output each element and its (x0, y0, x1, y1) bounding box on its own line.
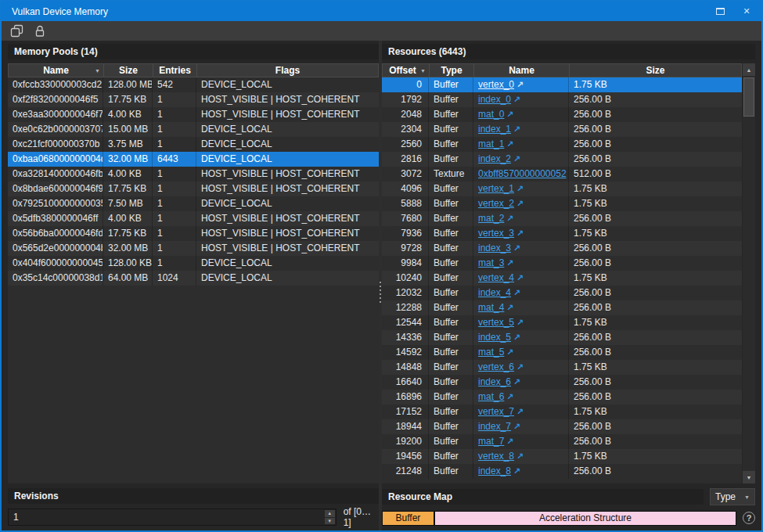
table-row[interactable]: 2816 Buffer index_2↗ 256.00 B (382, 152, 742, 167)
pool-name-cell: 0x404f600000000045 (8, 256, 103, 271)
resource-link[interactable]: vertex_2 (478, 198, 514, 209)
resource-link[interactable]: mat_4 (478, 302, 504, 313)
table-row[interactable]: 14336 Buffer index_5↗ 256.00 B (382, 330, 742, 345)
pool-size-cell: 128.00 KB (103, 256, 153, 271)
table-row[interactable]: 18944 Buffer index_7↗ 256.00 B (382, 419, 742, 434)
resource-link[interactable]: mat_7 (478, 436, 504, 447)
revision-input[interactable] (9, 509, 324, 525)
resource-link[interactable]: vertex_5 (478, 317, 514, 328)
table-row[interactable]: 0xf2f83200000046f5 17.75 KB 1 HOST_VISIB… (8, 92, 379, 107)
resource-link[interactable]: index_6 (478, 376, 511, 387)
table-row[interactable]: 12032 Buffer index_4↗ 256.00 B (382, 286, 742, 300)
column-header-type[interactable]: Type (430, 64, 474, 77)
table-row[interactable]: 16896 Buffer mat_6↗ 256.00 B (382, 390, 742, 404)
scrollbar-thumb[interactable] (743, 77, 754, 117)
table-row[interactable]: 19456 Buffer vertex_8↗ 1.75 KB (382, 449, 742, 464)
resource-link[interactable]: index_1 (478, 124, 511, 135)
table-row[interactable]: 0xa3281400000046fb 4.00 KB 1 HOST_VISIBL… (8, 167, 379, 182)
table-row[interactable]: 0x35c14c00000038d1 64.00 MB 1024 DEVICE_… (8, 271, 379, 286)
column-header-offset[interactable]: Offset ▼ (383, 64, 430, 77)
column-header-entries[interactable]: Entries (153, 64, 197, 77)
table-row[interactable]: 0xc21fcf000000370b 3.75 MB 1 DEVICE_LOCA… (8, 137, 379, 152)
resource-type-cell: Buffer (429, 226, 473, 241)
table-row[interactable]: 21248 Buffer index_8↗ 256.00 B (382, 464, 742, 479)
maximize-button[interactable] (713, 5, 727, 18)
map-segment[interactable]: Acceleration Structure (434, 512, 736, 525)
scroll-up-button[interactable]: ▲ (743, 63, 755, 76)
table-row[interactable]: 0xfccb330000003cd2 128.00 MB 542 DEVICE_… (8, 77, 379, 92)
resource-link[interactable]: mat_1 (478, 138, 504, 149)
table-row[interactable]: 14848 Buffer vertex_6↗ 1.75 KB (382, 360, 742, 375)
title-bar[interactable]: Vulkan Device Memory ✕ (2, 2, 761, 21)
table-row[interactable]: 12288 Buffer mat_4↗ 256.00 B (382, 300, 742, 315)
column-header-resname[interactable]: Name (474, 64, 570, 77)
new-window-button[interactable] (8, 23, 25, 39)
map-segment[interactable]: Buffer (383, 512, 434, 525)
close-icon: ✕ (743, 6, 750, 16)
table-row[interactable]: 10240 Buffer vertex_4↗ 1.75 KB (382, 271, 742, 286)
help-button[interactable]: ? (743, 512, 755, 524)
resource-link[interactable]: vertex_3 (478, 228, 514, 239)
table-row[interactable]: 0xbaa068000000004d 32.00 MB 6443 DEVICE_… (8, 152, 379, 167)
table-row[interactable]: 14592 Buffer mat_5↗ 256.00 B (382, 345, 742, 360)
column-header-size[interactable]: Size (104, 64, 153, 77)
table-row[interactable]: 2304 Buffer index_1↗ 256.00 B (382, 122, 742, 137)
table-row[interactable]: 0x7925100000000035 7.50 MB 1 DEVICE_LOCA… (8, 196, 379, 211)
table-row[interactable]: 0x8bdae600000046f9 17.75 KB 1 HOST_VISIB… (8, 182, 379, 196)
table-row[interactable]: 0xe0c62b0000003707 15.00 MB 1 DEVICE_LOC… (8, 122, 379, 137)
resource-link[interactable]: mat_3 (478, 257, 504, 268)
resource-link[interactable]: mat_5 (478, 347, 504, 358)
column-header-flags[interactable]: Flags (197, 64, 378, 77)
table-row[interactable]: 4096 Buffer vertex_1↗ 1.75 KB (382, 182, 742, 196)
resource-link[interactable]: mat_6 (478, 391, 504, 402)
resource-link[interactable]: index_8 (478, 466, 511, 476)
table-row[interactable]: 0x56b6ba00000046fd 17.75 KB 1 HOST_VISIB… (8, 226, 379, 241)
resource-link[interactable]: mat_0 (478, 109, 504, 120)
lock-button[interactable] (31, 23, 49, 39)
table-row[interactable]: 19200 Buffer mat_7↗ 256.00 B (382, 434, 742, 449)
table-row[interactable]: 9728 Buffer index_3↗ 256.00 B (382, 241, 742, 256)
table-row[interactable]: 12544 Buffer vertex_5↗ 1.75 KB (382, 315, 742, 330)
table-row[interactable]: 7936 Buffer vertex_3↗ 1.75 KB (382, 226, 742, 241)
table-row[interactable]: 7680 Buffer mat_2↗ 256.00 B (382, 211, 742, 226)
table-row[interactable]: 2560 Buffer mat_1↗ 256.00 B (382, 137, 742, 152)
table-row[interactable]: 5888 Buffer vertex_2↗ 1.75 KB (382, 196, 742, 211)
resource-link[interactable]: index_4 (478, 287, 511, 298)
resource-link[interactable]: mat_2 (478, 213, 504, 224)
table-row[interactable]: 17152 Buffer vertex_7↗ 1.75 KB (382, 404, 742, 419)
spin-up-button[interactable]: ▲ (325, 510, 335, 517)
close-button[interactable]: ✕ (740, 5, 754, 18)
resource-map-mode-select[interactable]: Type ▼ (710, 488, 755, 505)
table-row[interactable]: 1792 Buffer index_0↗ 256.00 B (382, 92, 742, 107)
resource-link[interactable]: vertex_4 (478, 272, 514, 283)
scrollbar[interactable]: ▲ ▼ (743, 63, 755, 483)
resource-link[interactable]: vertex_8 (478, 451, 514, 462)
resource-link[interactable]: index_2 (478, 153, 511, 164)
resource-link[interactable]: index_0 (478, 94, 511, 105)
table-row[interactable]: 0x404f600000000045 128.00 KB 1 DEVICE_LO… (8, 256, 379, 271)
table-row[interactable]: 0xe3aa3000000046f7 4.00 KB 1 HOST_VISIBL… (8, 107, 379, 122)
resource-link[interactable]: vertex_1 (478, 183, 514, 194)
column-header-name[interactable]: Name ▼ (9, 64, 104, 77)
resource-offset-cell: 12032 (382, 286, 429, 300)
resource-link[interactable]: index_3 (478, 243, 511, 253)
resource-link[interactable]: vertex_6 (478, 361, 514, 372)
resource-link[interactable]: vertex_0 (478, 79, 514, 90)
table-row[interactable]: 0 Buffer vertex_0↗ 1.75 KB (382, 77, 742, 92)
resource-link[interactable]: vertex_7 (478, 406, 514, 417)
column-header-ressize[interactable]: Size (570, 64, 741, 77)
pool-entries-cell: 1 (153, 137, 196, 152)
table-row[interactable]: 16640 Buffer index_6↗ 256.00 B (382, 375, 742, 390)
table-row[interactable]: 3072 Texture 0xbff8570000000052↗ 512.00 … (382, 167, 742, 182)
scrollbar-track[interactable] (743, 76, 755, 470)
scroll-down-button[interactable]: ▼ (743, 471, 755, 483)
table-row[interactable]: 0x5dfb3800000046ff 4.00 KB 1 HOST_VISIBL… (8, 211, 379, 226)
table-row[interactable]: 2048 Buffer mat_0↗ 256.00 B (382, 107, 742, 122)
map-segment-label: Acceleration Structure (539, 512, 632, 523)
resource-link[interactable]: index_7 (478, 421, 511, 432)
table-row[interactable]: 9984 Buffer mat_3↗ 256.00 B (382, 256, 742, 271)
resource-link[interactable]: 0xbff8570000000052 (478, 168, 567, 179)
table-row[interactable]: 0x565d2e000000004b 32.00 MB 1 HOST_VISIB… (8, 241, 379, 256)
resource-link[interactable]: index_5 (478, 332, 511, 343)
spin-down-button[interactable]: ▼ (325, 518, 335, 525)
